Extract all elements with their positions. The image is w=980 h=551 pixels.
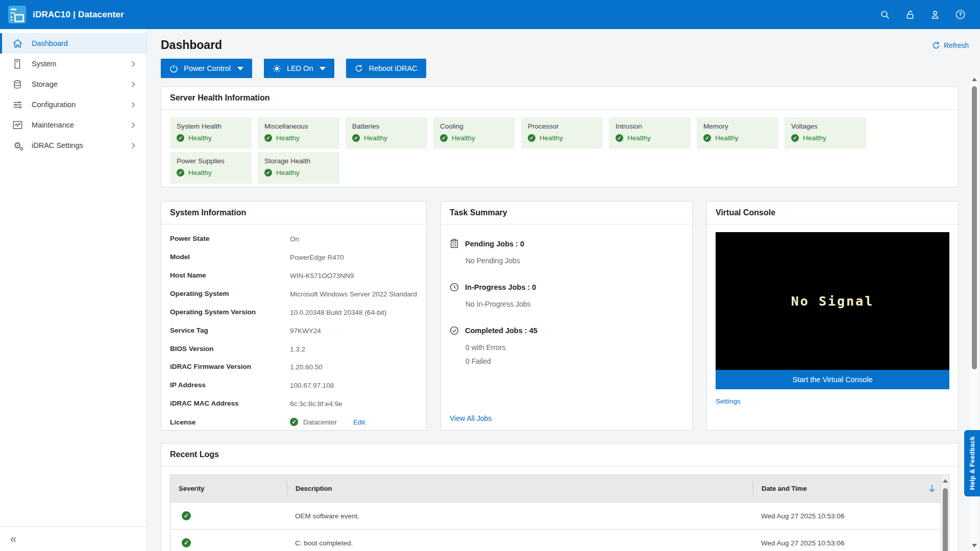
column-header-date[interactable]: Date and Time <box>753 481 941 496</box>
health-tile[interactable]: System Health ✓ Healthy <box>170 117 252 149</box>
info-label: License <box>170 418 290 426</box>
info-value: 6c:3c:8c:8f:e4:9e <box>290 399 418 410</box>
datetime-cell: Wed Aug 27 2025 10:53:06 <box>753 539 941 547</box>
info-label: Operating System <box>170 290 290 300</box>
idrac-logo-icon <box>8 6 26 23</box>
virtual-console-preview: No Signal <box>716 232 949 370</box>
info-row: iDRAC MAC Address 6c:3c:8c:8f:e4:9e <box>170 395 418 414</box>
table-scrollbar[interactable] <box>941 475 949 551</box>
sidebar-item-label: Configuration <box>32 101 76 109</box>
refresh-icon <box>932 41 940 49</box>
health-tile[interactable]: Memory ✓ Healthy <box>697 117 778 149</box>
health-tile[interactable]: Processor ✓ Healthy <box>521 117 603 149</box>
scroll-down-arrow-icon[interactable] <box>972 544 977 547</box>
panel-title: Recent Logs <box>161 443 958 466</box>
info-label: Model <box>170 253 290 263</box>
app-title: iDRAC10 | Datacenter <box>33 10 124 20</box>
lock-icon[interactable] <box>904 9 916 20</box>
led-on-button[interactable]: LED On <box>264 59 335 78</box>
healthy-check-icon: ✓ <box>703 134 711 142</box>
reboot-icon <box>355 64 363 72</box>
sort-desc-icon[interactable] <box>928 484 936 493</box>
user-icon[interactable] <box>929 9 941 20</box>
license-value: Datacenter <box>303 418 337 426</box>
panel-title: Server Health Information <box>161 87 958 110</box>
action-buttons: Power Control LED On <box>161 59 959 78</box>
health-tile[interactable]: Cooling ✓ Healthy <box>433 117 515 149</box>
completed-jobs-failed: 0 Failed <box>465 357 683 365</box>
start-virtual-console-button[interactable]: Start the Virtual Console <box>716 370 949 389</box>
info-label: Operating System Version <box>170 308 290 318</box>
page-scrollbar-thumb[interactable] <box>972 86 977 369</box>
refresh-button[interactable]: Refresh <box>932 41 969 49</box>
svg-text:?: ? <box>959 11 962 17</box>
info-row: IP Address 100.67.97.108 <box>170 377 418 395</box>
info-value: 10.0.20348 Build 20348 (64-bit) <box>290 308 418 318</box>
info-row: Host Name WIN-K571OO73NN9 <box>170 267 418 286</box>
sidebar-item-dashboard[interactable]: Dashboard <box>0 33 146 54</box>
table-row: ✓ OEM software event. Wed Aug 27 2025 10… <box>170 502 941 529</box>
sidebar-item-configuration[interactable]: Configuration <box>0 94 146 115</box>
help-icon[interactable]: ? <box>954 9 966 20</box>
sidebar-item-label: System <box>32 60 56 68</box>
sidebar-item-label: Storage <box>32 80 58 88</box>
health-tile-status: ✓ Healthy <box>177 134 245 142</box>
system-information-panel: System Information Power State On Model … <box>161 201 427 431</box>
scroll-up-arrow-icon[interactable] <box>943 479 948 483</box>
sidebar: Dashboard System <box>0 29 147 551</box>
column-header-description[interactable]: Description <box>287 481 753 496</box>
health-tile-name: Memory <box>703 122 772 130</box>
gear-icon: ⚙⚙ <box>11 141 23 150</box>
health-tile[interactable]: Power Supplies ✓ Healthy <box>170 152 252 184</box>
sidebar-item-system[interactable]: System <box>0 54 146 74</box>
license-edit-link[interactable]: Edit <box>353 418 365 426</box>
search-icon[interactable] <box>879 9 891 20</box>
no-signal-text: No Signal <box>791 294 874 309</box>
info-row: Operating System Version 10.0.20348 Buil… <box>170 304 418 322</box>
clock-icon <box>450 283 459 292</box>
help-feedback-tab[interactable]: Help & Feedback <box>964 430 980 496</box>
scroll-up-arrow-icon[interactable] <box>972 78 977 81</box>
sidebar-item-label: iDRAC Settings <box>32 141 83 149</box>
brand: iDRAC10 | Datacenter <box>8 6 124 23</box>
power-control-button[interactable]: Power Control <box>161 59 252 78</box>
table-scrollbar-thumb[interactable] <box>943 488 948 551</box>
sidebar-item-maintenance[interactable]: Maintenance <box>0 115 146 135</box>
info-value: PowerEdge R470 <box>290 253 418 263</box>
reboot-idrac-button[interactable]: Reboot iDRAC <box>346 59 426 78</box>
info-label: BIOS Version <box>170 345 290 355</box>
health-tile-status: ✓ Healthy <box>264 169 333 177</box>
info-row: BIOS Version 1.3.2 <box>170 341 418 359</box>
chevron-right-icon <box>131 102 135 108</box>
view-all-jobs-link[interactable]: View All Jobs <box>450 414 492 422</box>
sidebar-item-idrac-settings[interactable]: ⚙⚙ iDRAC Settings <box>0 135 146 156</box>
healthy-check-icon: ✓ <box>177 134 184 142</box>
virtual-console-settings-link[interactable]: Settings <box>716 397 741 405</box>
chevron-right-icon <box>131 122 135 129</box>
health-tile-status: ✓ Healthy <box>528 134 596 142</box>
health-tile[interactable]: Voltages ✓ Healthy <box>785 117 866 149</box>
severity-ok-icon: ✓ <box>182 538 191 547</box>
main-content: Dashboard Refresh Po <box>147 29 980 551</box>
health-tile[interactable]: Batteries ✓ Healthy <box>346 117 427 149</box>
health-tile[interactable]: Storage Health ✓ Healthy <box>258 152 339 184</box>
task-summary-panel: Task Summary <box>440 201 693 431</box>
page-title: Dashboard <box>161 38 222 52</box>
health-tile-name: Storage Health <box>264 157 333 165</box>
health-tile-status: ✓ Healthy <box>352 134 421 142</box>
healthy-check-icon: ✓ <box>440 134 448 142</box>
health-tile-status: ✓ Healthy <box>264 134 333 142</box>
collapse-sidebar-icon[interactable]: « <box>10 534 16 545</box>
table-row: ✓ C: boot completed. Wed Aug 27 2025 10:… <box>170 529 941 551</box>
column-header-severity[interactable]: Severity <box>170 481 287 496</box>
health-tile-status: ✓ Healthy <box>440 134 508 142</box>
description-cell: C: boot completed. <box>287 539 753 547</box>
healthy-check-icon: ✓ <box>177 169 184 177</box>
health-tile-name: Power Supplies <box>177 157 245 165</box>
info-row: Operating System Microsoft Windows Serve… <box>170 286 418 304</box>
panel-title: System Information <box>161 202 426 224</box>
info-value: Microsoft Windows Server 2022 Standard <box>290 289 418 300</box>
health-tile[interactable]: Intrusion ✓ Healthy <box>609 117 691 149</box>
health-tile[interactable]: Miscellaneous ✓ Healthy <box>258 117 339 149</box>
sidebar-item-storage[interactable]: Storage <box>0 74 146 94</box>
